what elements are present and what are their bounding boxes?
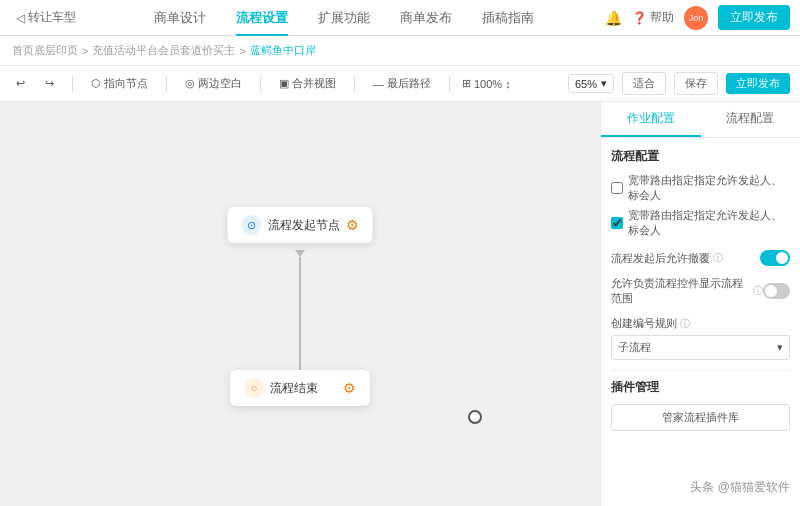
user-initial: Jon xyxy=(689,13,704,23)
toggle-row-0: 流程发起后允许撤覆 ⓘ xyxy=(611,250,790,266)
select-value: 子流程 xyxy=(618,340,651,355)
percent-value: 65% xyxy=(575,78,597,90)
end-node-settings-icon[interactable]: ⚙ xyxy=(343,380,356,396)
fit-button[interactable]: 适合 xyxy=(622,72,666,95)
toggle-info-icon-0[interactable]: ⓘ xyxy=(713,251,723,265)
connector-line xyxy=(299,257,301,372)
checkbox-label-0: 宽带路由指定指定允许发起人、标会人 xyxy=(628,173,790,203)
select-row: 创建编号规则 ⓘ 子流程 ▾ xyxy=(611,316,790,360)
merge-button[interactable]: ▣ 合并视图 xyxy=(273,73,342,94)
toolbar-sep-2 xyxy=(260,76,261,92)
toggle-switch-0[interactable] xyxy=(760,250,790,266)
right-panel: 作业配置 流程配置 流程配置 宽带路由指定指定允许发起人、标会人 宽带路由指定指… xyxy=(600,102,800,506)
publish-button[interactable]: 立即发布 xyxy=(718,5,790,30)
toggle-info-icon-1[interactable]: ⓘ xyxy=(753,284,763,298)
tab-design[interactable]: 商单设计 xyxy=(154,1,206,35)
checkbox-label-1: 宽带路由指定指定允许发起人、标会人 xyxy=(628,208,790,238)
toolbar-right: 65% ▾ 适合 保存 立即发布 xyxy=(568,72,790,95)
toolbar: ↩ ↪ ⬡ 指向节点 ◎ 两边空白 ▣ 合并视图 — 最后路径 ⊞ 100% ↕… xyxy=(0,66,800,102)
percent-select[interactable]: 65% ▾ xyxy=(568,74,614,93)
zoom-arrow: ↕ xyxy=(505,78,511,90)
tab-preview[interactable]: 插稿指南 xyxy=(482,1,534,35)
pointer-button[interactable]: ⬡ 指向节点 xyxy=(85,73,154,94)
view-icon: ◎ xyxy=(185,77,195,90)
preview-publish-button[interactable]: 立即发布 xyxy=(726,73,790,94)
path-label: 最后路径 xyxy=(387,76,431,91)
toggle-label-1: 允许负责流程控件显示流程范围 ⓘ xyxy=(611,276,763,306)
manage-button[interactable]: 管家流程插件库 xyxy=(611,404,790,431)
cursor-indicator xyxy=(468,410,482,424)
help-button[interactable]: ❓ 帮助 xyxy=(632,9,674,26)
back-button[interactable]: ◁ 转让车型 xyxy=(10,6,82,29)
tab-flow[interactable]: 流程设置 xyxy=(236,1,288,35)
merge-label: 合并视图 xyxy=(292,76,336,91)
toggle-label-0: 流程发起后允许撤覆 ⓘ xyxy=(611,251,723,266)
tab-work-config[interactable]: 作业配置 xyxy=(601,102,701,137)
tab-publish[interactable]: 商单发布 xyxy=(400,1,452,35)
right-panel-content: 流程配置 宽带路由指定指定允许发起人、标会人 宽带路由指定指定允许发起人、标会人… xyxy=(601,138,800,441)
undo-button[interactable]: ↩ xyxy=(10,74,31,93)
end-node-label: 流程结束 xyxy=(270,380,318,397)
tab-extend[interactable]: 扩展功能 xyxy=(318,1,370,35)
notification-icon[interactable]: 🔔 xyxy=(605,10,622,26)
checkbox-item-0[interactable]: 宽带路由指定指定允许发起人、标会人 xyxy=(611,173,790,203)
nav-right: 🔔 ❓ 帮助 Jon 立即发布 xyxy=(605,5,790,30)
breadcrumb: 首页底层印页 > 充值活动平台会员套道价买主 > 蓝鳄鱼中口岸 xyxy=(0,36,800,66)
toggle-row-1: 允许负责流程控件显示流程范围 ⓘ xyxy=(611,276,790,306)
watermark-text: 头条 @猫猫爱软件 xyxy=(690,480,790,494)
select-label: 创建编号规则 ⓘ xyxy=(611,316,790,331)
breadcrumb-sep-1: > xyxy=(239,45,245,57)
zoom-icon: ⊞ xyxy=(462,77,471,90)
zoom-control[interactable]: ⊞ 100% ↕ xyxy=(462,77,511,90)
toolbar-sep-3 xyxy=(354,76,355,92)
right-panel-tabs: 作业配置 流程配置 xyxy=(601,102,800,138)
zoom-value: 100% xyxy=(474,78,502,90)
start-node[interactable]: ⊙ 流程发起节点 ⚙ xyxy=(228,207,373,243)
help-icon: ❓ xyxy=(632,11,647,25)
toolbar-sep-0 xyxy=(72,76,73,92)
start-node-settings-icon[interactable]: ⚙ xyxy=(346,217,359,233)
checkbox-input-0[interactable] xyxy=(611,182,623,194)
select-chevron-icon: ▾ xyxy=(777,341,783,354)
pointer-label: 指向节点 xyxy=(104,76,148,91)
watermark: 头条 @猫猫爱软件 xyxy=(690,479,790,496)
save-button[interactable]: 保存 xyxy=(674,72,718,95)
chevron-down-icon: ▾ xyxy=(601,77,607,90)
manage-title: 插件管理 xyxy=(611,379,790,396)
checkbox-input-1[interactable] xyxy=(611,217,623,229)
canvas-area[interactable]: ⊙ 流程发起节点 ⚙ ○ 流程结束 ⚙ xyxy=(0,102,600,506)
view-label: 两边空白 xyxy=(198,76,242,91)
merge-icon: ▣ xyxy=(279,77,289,90)
back-arrow-icon: ◁ xyxy=(16,11,25,25)
tab-flow-config[interactable]: 流程配置 xyxy=(701,102,801,137)
arrow-down-icon xyxy=(295,250,305,257)
pointer-icon: ⬡ xyxy=(91,77,101,90)
select-info-icon[interactable]: ⓘ xyxy=(680,317,690,331)
help-label: 帮助 xyxy=(650,9,674,26)
breadcrumb-sep-0: > xyxy=(82,45,88,57)
start-node-icon: ⊙ xyxy=(242,215,262,235)
toolbar-sep-1 xyxy=(166,76,167,92)
checkbox-group: 宽带路由指定指定允许发起人、标会人 宽带路由指定指定允许发起人、标会人 xyxy=(611,173,790,238)
breadcrumb-item-1[interactable]: 充值活动平台会员套道价买主 xyxy=(92,43,235,58)
top-nav: ◁ 转让车型 商单设计 流程设置 扩展功能 商单发布 插稿指南 🔔 ❓ 帮助 J… xyxy=(0,0,800,36)
main-layout: ⊙ 流程发起节点 ⚙ ○ 流程结束 ⚙ 作业配置 流程配置 流程配置 宽带路由指… xyxy=(0,102,800,506)
back-label: 转让车型 xyxy=(28,9,76,26)
select-box[interactable]: 子流程 ▾ xyxy=(611,335,790,360)
toolbar-sep-4 xyxy=(449,76,450,92)
user-avatar[interactable]: Jon xyxy=(684,6,708,30)
breadcrumb-item-2[interactable]: 蓝鳄鱼中口岸 xyxy=(250,43,316,58)
flow-config-title: 流程配置 xyxy=(611,148,790,165)
redo-button[interactable]: ↪ xyxy=(39,74,60,93)
start-node-label: 流程发起节点 xyxy=(268,217,340,234)
view-button[interactable]: ◎ 两边空白 xyxy=(179,73,248,94)
toggle-switch-1[interactable] xyxy=(763,283,790,299)
end-node[interactable]: ○ 流程结束 ⚙ xyxy=(230,370,370,406)
path-icon: — xyxy=(373,78,384,90)
undo-icon: ↩ xyxy=(16,77,25,90)
section-divider xyxy=(611,370,790,371)
breadcrumb-item-0[interactable]: 首页底层印页 xyxy=(12,43,78,58)
checkbox-item-1[interactable]: 宽带路由指定指定允许发起人、标会人 xyxy=(611,208,790,238)
end-node-icon: ○ xyxy=(244,378,264,398)
path-button[interactable]: — 最后路径 xyxy=(367,73,437,94)
